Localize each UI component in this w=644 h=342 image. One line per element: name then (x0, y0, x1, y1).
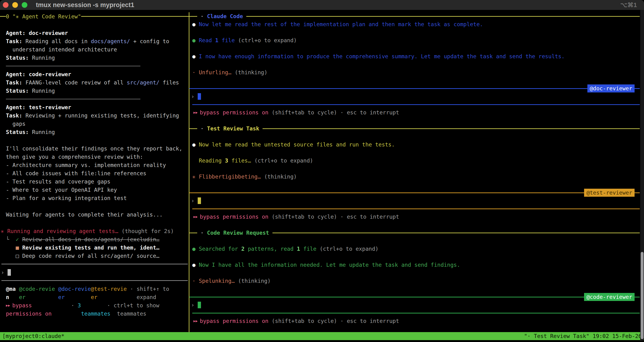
section-title-claude-code: · Claude Code (189, 12, 640, 20)
border-line (192, 104, 640, 105)
close-button[interactable] (3, 2, 8, 8)
text-segment: Deep code review of all src/agent/ sourc… (22, 253, 160, 259)
blank-line (0, 202, 189, 210)
minimize-button[interactable] (12, 2, 18, 8)
zoom-button[interactable] (22, 2, 27, 8)
border-line (634, 192, 640, 193)
text-segment: patterns, read (245, 246, 297, 252)
text-segment: teammates (81, 311, 111, 317)
text-segment: (thinking) (235, 69, 267, 76)
text-segment: expand (136, 294, 156, 300)
code-reviewer-prompt-input[interactable]: › (189, 301, 640, 309)
thinking-line: ✳ Flibbertigibbeting… (thinking) (189, 173, 640, 181)
input-divider (189, 205, 640, 213)
message-line: ● I now have enough information to produ… (189, 52, 640, 60)
text-segment: @code-revie (19, 286, 55, 292)
border-line (189, 232, 197, 233)
text-segment: n (6, 294, 9, 300)
text-segment: 3 (78, 302, 81, 308)
text-segment: (ctrl+o to expand) (238, 37, 297, 44)
status-line: @ma @code-revie @doc-revie@test-revie · … (0, 285, 189, 293)
agent-task-line: understand intended architecture (0, 45, 189, 54)
text-segment: bypass (12, 302, 32, 308)
waiting-line: Waiting for agents to complete their ana… (0, 210, 189, 219)
text-segment: ▶▶ (194, 215, 200, 219)
text-segment: › (191, 198, 198, 204)
text-segment: □ (16, 253, 22, 259)
text-segment: ctrl+t to show (114, 302, 159, 308)
summary-line: - Test results and coverage gaps (0, 177, 189, 186)
text-segment: · (197, 13, 207, 19)
text-segment: Claude Code (207, 13, 246, 19)
bypass-status-line: ▶▶ bypass permissions on (shift+tab to c… (189, 213, 640, 221)
scrollbar-thumb[interactable] (641, 252, 644, 339)
text-segment: ● (192, 246, 199, 252)
text-segment: file (218, 37, 238, 44)
summary-line: I'll consolidate their findings once the… (0, 144, 189, 152)
text-segment: Status: (6, 88, 29, 94)
text-segment: Task: (6, 38, 22, 44)
text-segment (6, 244, 16, 251)
input-divider (0, 276, 189, 285)
section-title-code-review: · Code Review Request (189, 229, 640, 237)
agent-name-line: Agent: code-reviewer (0, 70, 189, 78)
text-segment: Agent: doc-reviewer (6, 30, 68, 36)
agent-name-line: Agent: test-reviewer (0, 103, 189, 111)
text-segment: Reviewing + running existing tests, iden… (22, 112, 179, 119)
blank-line (189, 132, 640, 140)
text-segment: Agent: code-reviewer (6, 71, 71, 77)
border-line (2, 264, 188, 264)
blank-line (0, 20, 189, 29)
text-segment: · (192, 278, 199, 284)
text-segment: (ctrl+o to expand) (254, 158, 313, 164)
text-segment (26, 294, 58, 300)
text-segment: shift+↑ to (136, 286, 169, 292)
text-segment: Read (199, 37, 215, 44)
window-title: tmux new-session -s myproject1 (36, 0, 134, 10)
text-segment: 2 (241, 246, 245, 252)
input-divider (189, 309, 640, 317)
blank-line (0, 219, 189, 227)
border-line (634, 297, 640, 298)
message-line: ● Now let me read the rest of the implem… (189, 20, 640, 28)
text-segment: 3 (225, 158, 228, 164)
blank-line (189, 253, 640, 261)
text-segment: Unfurling… (199, 69, 235, 76)
agent-separator (0, 95, 189, 103)
text-segment (98, 294, 136, 300)
border-line (189, 297, 584, 298)
agent-status-line: Status: Running (0, 54, 189, 62)
text-segment: · (71, 302, 78, 308)
border-line (262, 128, 640, 129)
text-segment: file (300, 246, 320, 252)
agent-status-line: Status: Running (0, 128, 189, 136)
agent-task-line: Task: Reviewing + running existing tests… (0, 111, 189, 120)
summary-line: - All code issues with file:line referen… (0, 169, 189, 177)
text-segment: Test Review Task (207, 126, 262, 132)
text-segment: Flibbertigibbeting… (199, 174, 264, 180)
text-segment: ● (192, 262, 199, 268)
text-segment: ▶▶ (6, 303, 12, 308)
text-segment: Task: (6, 80, 22, 86)
scrollbar-track[interactable] (640, 10, 644, 341)
doc-reviewer-prompt-input[interactable]: › (189, 92, 640, 100)
text-segment: I now have enough information to produce… (199, 53, 565, 60)
task-list-item: ■ Review existing tests and run them, id… (0, 244, 189, 252)
text-segment (81, 302, 107, 308)
blank-line (189, 165, 640, 173)
text-segment: - Test results and coverage gaps (6, 178, 110, 185)
text-segment: - Plan for a working integration test (6, 195, 127, 201)
blank-line (189, 60, 640, 68)
text-segment: · (197, 230, 207, 236)
border-line (0, 16, 6, 17)
text-segment: Now I have all the information needed. L… (199, 262, 460, 268)
text-segment: · (192, 69, 199, 76)
blank-line (189, 181, 640, 189)
test-reviewer-prompt-input[interactable]: › (189, 197, 640, 205)
main-prompt-input[interactable]: › (0, 268, 189, 276)
text-segment: Spelunking… (199, 278, 238, 284)
border-line (192, 313, 640, 314)
text-cursor (8, 269, 11, 276)
separator-line (6, 66, 140, 66)
text-segment: (thinking) (238, 278, 270, 284)
